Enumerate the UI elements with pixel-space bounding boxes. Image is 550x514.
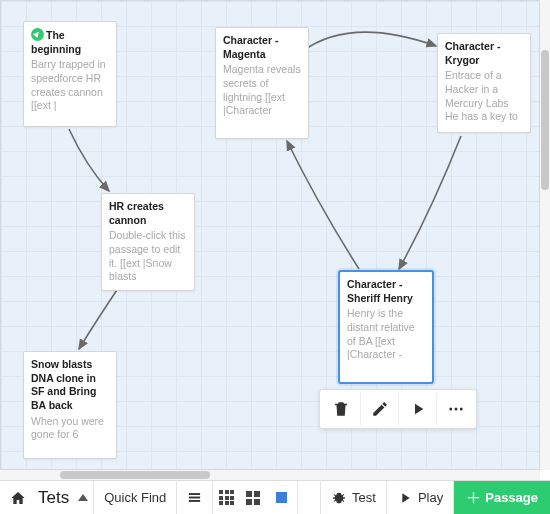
test-button[interactable]: Test — [321, 481, 387, 514]
pencil-icon — [371, 400, 389, 418]
start-icon — [31, 28, 44, 41]
scrollbar-vertical[interactable] — [540, 0, 550, 470]
play-button[interactable] — [398, 392, 436, 426]
toolbar-spacer — [298, 481, 321, 514]
story-menu-button[interactable]: Tets — [30, 481, 94, 514]
quick-find-button[interactable]: Quick Find — [94, 481, 177, 514]
svg-rect-5 — [189, 500, 200, 502]
edit-button[interactable] — [360, 392, 398, 426]
node-context-toolbar — [319, 389, 477, 429]
scrollbar-thumb[interactable] — [60, 471, 210, 479]
chevron-up-icon — [78, 494, 88, 501]
passage-node-beginning[interactable]: The beginning Barry trapped in speedforc… — [23, 21, 117, 127]
svg-rect-4 — [189, 497, 200, 499]
node-body: Henry is the distant relative of BA [[ex… — [347, 307, 425, 362]
plus-icon — [466, 490, 481, 505]
node-body: Magenta reveals secrets of lightning [[e… — [223, 63, 301, 118]
scrollbar-thumb[interactable] — [541, 50, 549, 190]
trash-icon — [332, 400, 350, 418]
zoom-small-button[interactable] — [213, 481, 240, 514]
zoom-medium-button[interactable] — [240, 481, 266, 514]
story-name: Tets — [38, 488, 69, 508]
passage-node-sheriff[interactable]: Character - Sheriff Henry Henry is the d… — [339, 271, 433, 383]
test-label: Test — [352, 490, 376, 505]
quick-find-label: Quick Find — [104, 490, 166, 505]
scrollbar-horizontal[interactable] — [0, 470, 540, 480]
story-canvas[interactable]: The beginning Barry trapped in speedforc… — [0, 0, 540, 470]
node-body: Double-click this passage to edit it. [[… — [109, 229, 187, 284]
node-title: Character - Magenta — [223, 34, 301, 61]
node-title: Character - Krygor — [445, 40, 523, 67]
node-title: HR creates cannon — [109, 200, 187, 227]
node-title: Character - Sheriff Henry — [347, 278, 425, 305]
play-icon — [397, 490, 413, 506]
play-story-button[interactable]: Play — [387, 481, 454, 514]
add-passage-button[interactable]: Passage — [454, 481, 550, 514]
bug-icon — [331, 490, 347, 506]
ellipsis-icon — [447, 400, 465, 418]
svg-point-2 — [459, 408, 462, 411]
view-list-button[interactable] — [177, 481, 213, 514]
grid-small-icon — [219, 490, 234, 505]
passage-node-snow[interactable]: Snow blasts DNA clone in SF and Bring BA… — [23, 351, 117, 459]
play-label: Play — [418, 490, 443, 505]
passage-node-hrcannon[interactable]: HR creates cannon Double-click this pass… — [101, 193, 195, 291]
grid-medium-icon — [246, 491, 260, 505]
bottom-toolbar: Tets Quick Find Test Play Passage — [0, 480, 550, 514]
svg-rect-3 — [189, 493, 200, 495]
node-body: When you were gone for 6 — [31, 415, 109, 442]
list-icon — [187, 490, 202, 505]
node-body: Entrace of a Hacker in a Mercury Labs He… — [445, 69, 523, 124]
home-button[interactable] — [0, 481, 30, 514]
svg-point-0 — [449, 408, 452, 411]
passage-node-magenta[interactable]: Character - Magenta Magenta reveals secr… — [215, 27, 309, 139]
passage-node-krygor[interactable]: Character - Krygor Entrace of a Hacker i… — [437, 33, 531, 133]
more-button[interactable] — [436, 392, 474, 426]
node-title: The beginning — [31, 28, 109, 56]
zoom-large-button[interactable] — [266, 481, 298, 514]
node-body: Barry trapped in speedforce HR creates c… — [31, 58, 109, 113]
node-title: Snow blasts DNA clone in SF and Bring BA… — [31, 358, 109, 413]
grid-large-icon — [276, 492, 287, 503]
svg-point-1 — [454, 408, 457, 411]
play-icon — [409, 400, 427, 418]
home-icon — [10, 490, 26, 506]
delete-button[interactable] — [322, 392, 360, 426]
passage-label: Passage — [485, 490, 538, 505]
